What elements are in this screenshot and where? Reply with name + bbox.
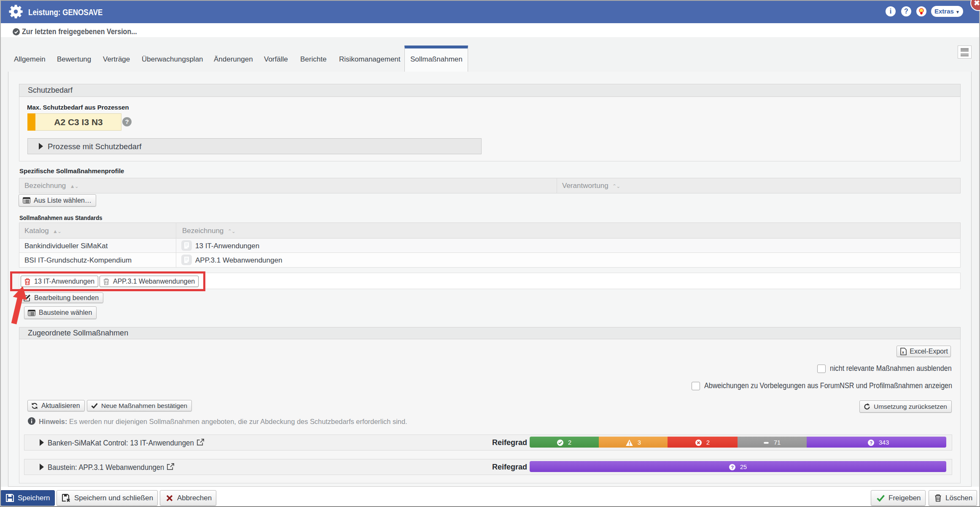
svg-text:?: ? bbox=[731, 464, 734, 469]
svg-text:x: x bbox=[902, 350, 904, 354]
svg-text:?: ? bbox=[870, 440, 872, 445]
